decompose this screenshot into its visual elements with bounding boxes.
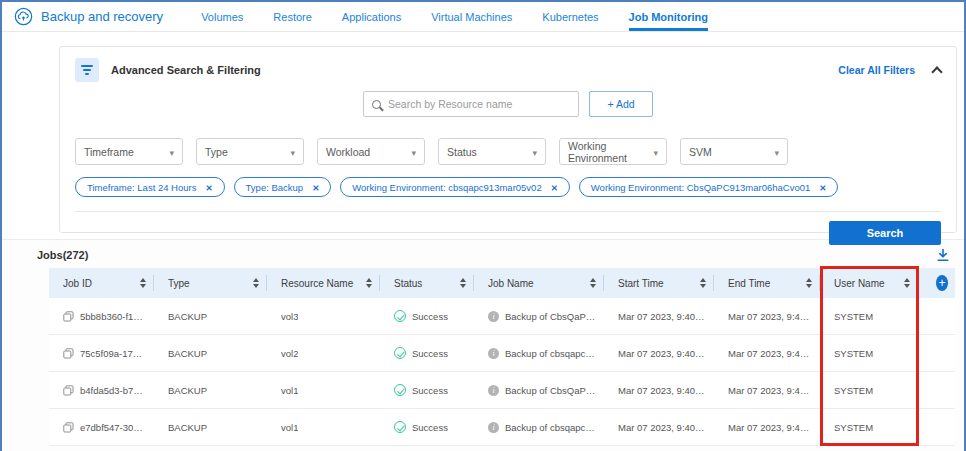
copy-icon[interactable] [63,348,74,359]
resource-name: vol3 [281,311,298,322]
table-row[interactable]: 75c5f09a-1756-4861-... BACKUP vol2 Succe… [49,335,955,372]
resource-name: vol1 [281,422,298,433]
table-header-row: Job ID Type Resource Name Status Job Nam… [49,268,955,298]
sort-icon[interactable] [253,278,259,288]
jobs-count-title: Jobs(272) [37,249,88,261]
chip-close-icon[interactable] [205,182,212,193]
status-label: Success [412,348,448,359]
chip-working-environment-1: Working Environment: cbsqapc913mar05v02 [340,177,570,197]
copy-icon[interactable] [63,311,74,322]
col-header-end-time[interactable]: End Time [714,275,820,291]
success-icon [394,384,406,396]
sort-icon[interactable] [700,278,706,288]
sort-icon[interactable] [366,278,372,288]
nav-tabs: Volumes Restore Applications Virtual Mac… [201,2,708,31]
col-header-job-name[interactable]: Job Name [474,275,604,291]
dropdown-status[interactable]: Status [438,138,546,165]
col-header-start-time[interactable]: Start Time [604,275,714,291]
end-time: Mar 07 2023, 9:40:06 pm [728,385,812,396]
table-row[interactable]: b4fda5d3-b734-4fdc-... BACKUP vol1 Succe… [49,372,955,409]
start-time: Mar 07 2023, 9:40:05 pm [618,348,706,359]
success-icon [394,310,406,322]
chip-close-icon[interactable] [312,182,319,193]
tab-applications[interactable]: Applications [342,2,401,31]
chip-close-icon[interactable] [819,182,826,193]
job-type: BACKUP [168,385,207,396]
status-label: Success [412,385,448,396]
tab-kubernetes[interactable]: Kubernetes [542,2,598,31]
tab-job-monitoring[interactable]: Job Monitoring [629,2,708,31]
search-icon [372,100,381,109]
user-name: SYSTEM [834,348,873,359]
chevron-down-icon [532,146,537,158]
advanced-filter-panel: Advanced Search & Filtering Clear All Fi… [59,46,957,233]
tab-restore[interactable]: Restore [273,2,312,31]
dropdown-type[interactable]: Type [196,138,304,165]
dropdown-working-environment[interactable]: Working Environment [559,138,667,165]
info-icon[interactable] [488,385,499,396]
info-icon[interactable] [488,348,499,359]
sort-icon[interactable] [590,278,596,288]
dropdown-timeframe[interactable]: Timeframe [75,138,183,165]
copy-icon[interactable] [63,422,74,433]
user-name: SYSTEM [834,422,873,433]
chevron-down-icon [169,146,174,158]
dropdown-workload[interactable]: Workload [317,138,425,165]
resource-search-box[interactable] [363,91,579,117]
dropdown-svm[interactable]: SVM [680,138,788,165]
table-row[interactable]: 5bb8b360-f1ab-42d7-... BACKUP vol3 Succe… [49,298,955,335]
filter-dropdowns: Timeframe Type Workload Status Working E… [75,138,941,165]
job-name: Backup of CbsQaPC913mar06ha... [505,311,596,322]
job-name: Backup of cbsqapc913mar05v02... [505,422,596,433]
add-column-icon[interactable]: + [936,275,948,291]
copy-icon[interactable] [63,385,74,396]
col-header-resource-name[interactable]: Resource Name [267,275,380,291]
sort-icon[interactable] [904,278,910,288]
resource-name: vol2 [281,348,298,359]
chip-close-icon[interactable] [551,182,558,193]
resource-search-input[interactable] [388,98,570,110]
chevron-down-icon [774,146,779,158]
user-name: SYSTEM [834,385,873,396]
download-icon[interactable] [936,248,950,262]
brand: Backup and recovery [14,2,163,31]
chevron-up-icon[interactable] [931,66,942,77]
active-filter-chips: Timeframe: Last 24 Hours Type: Backup Wo… [75,177,941,197]
filter-panel-title: Advanced Search & Filtering [111,64,261,76]
end-time: Mar 07 2023, 9:40:06 pm [728,311,812,322]
sort-icon[interactable] [806,278,812,288]
job-type: BACKUP [168,311,207,322]
page-title: Backup and recovery [41,9,163,24]
tab-volumes[interactable]: Volumes [201,2,243,31]
job-name: Backup of CbsQaPC913mar06ha... [505,385,596,396]
chip-type: Type: Backup [234,177,332,197]
success-icon [394,347,406,359]
top-nav: Backup and recovery Volumes Restore Appl… [2,2,964,32]
success-icon [394,421,406,433]
chip-working-environment-2: Working Environment: CbsQaPC913mar06haCv… [579,177,839,197]
jobs-section: Jobs(272) Job ID Type Resource Name Stat… [2,239,964,451]
status-label: Success [412,311,448,322]
clear-all-filters-link[interactable]: Clear All Filters [838,64,915,76]
col-header-job-id[interactable]: Job ID [49,275,154,291]
sort-icon[interactable] [460,278,466,288]
add-filter-button[interactable]: + Add [589,91,653,117]
status-label: Success [412,422,448,433]
start-time: Mar 07 2023, 9:40:05 pm [618,422,706,433]
jobs-table: Job ID Type Resource Name Status Job Nam… [49,268,955,446]
search-button[interactable]: Search [829,221,941,245]
table-row[interactable]: e7dbf547-3058-49c9-... BACKUP vol1 Succe… [49,409,955,446]
chevron-down-icon [411,146,416,158]
col-header-status[interactable]: Status [380,275,474,291]
end-time: Mar 07 2023, 9:40:06 pm [728,422,812,433]
sort-icon[interactable] [140,278,146,288]
job-id: 75c5f09a-1756-4861-... [80,348,146,359]
col-header-type[interactable]: Type [154,275,267,291]
job-type: BACKUP [168,348,207,359]
col-header-user-name[interactable]: User Name [820,275,917,291]
info-icon[interactable] [488,311,499,322]
tab-virtual-machines[interactable]: Virtual Machines [431,2,512,31]
job-id: 5bb8b360-f1ab-42d7-... [80,311,146,322]
info-icon[interactable] [488,422,499,433]
end-time: Mar 07 2023, 9:40:07 pm [728,348,812,359]
